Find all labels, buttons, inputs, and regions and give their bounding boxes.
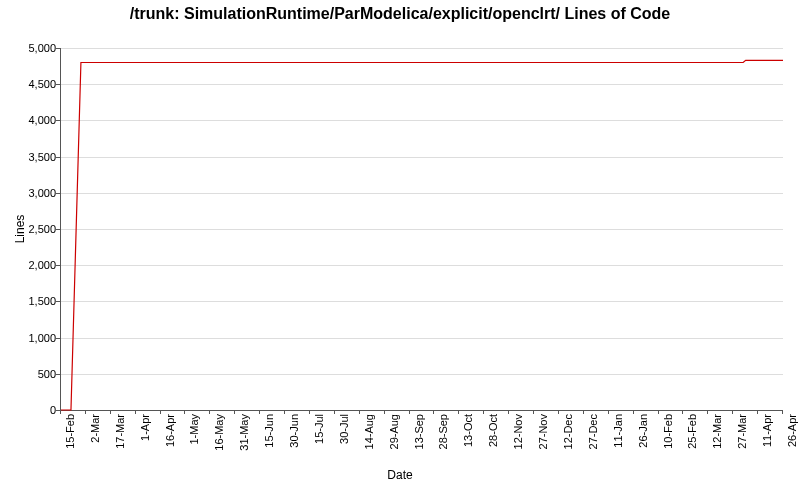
x-tick-label: 12-Nov: [512, 414, 524, 449]
x-tick-label: 26-Apr: [786, 414, 798, 447]
x-tick-label: 29-Aug: [388, 414, 400, 449]
x-tick-label: 27-Mar: [736, 414, 748, 449]
x-tick-label: 15-Feb: [64, 414, 76, 449]
chart-title: /trunk: SimulationRuntime/ParModelica/ex…: [0, 4, 800, 24]
x-tick-label: 11-Jan: [612, 414, 624, 448]
x-tick-label: 16-Apr: [164, 414, 176, 447]
y-tick-label: 4,500: [8, 78, 56, 90]
y-tick-label: 3,000: [8, 187, 56, 199]
chart-container: /trunk: SimulationRuntime/ParModelica/ex…: [0, 0, 800, 500]
x-tick-label: 10-Feb: [662, 414, 674, 449]
x-tick-label: 1-May: [188, 414, 200, 445]
x-tick-label: 12-Dec: [562, 414, 574, 449]
x-tick-label: 14-Aug: [363, 414, 375, 449]
x-tick-label: 13-Oct: [462, 414, 474, 447]
y-tick-label: 2,000: [8, 259, 56, 271]
x-axis-label: Date: [0, 468, 800, 482]
plot-area: [60, 48, 783, 411]
y-tick-label: 0: [8, 404, 56, 416]
y-tick-label: 1,500: [8, 295, 56, 307]
line-layer: [61, 48, 783, 410]
x-tick-label: 12-Mar: [711, 414, 723, 449]
x-tick-label: 15-Jul: [313, 414, 325, 444]
x-tick-label: 2-Mar: [89, 414, 101, 443]
x-tick-label: 27-Dec: [587, 414, 599, 449]
y-tick-label: 4,000: [8, 114, 56, 126]
x-tick-label: 28-Oct: [487, 414, 499, 447]
x-tick-label: 27-Nov: [537, 414, 549, 449]
y-tick-label: 3,500: [8, 151, 56, 163]
x-tick-label: 26-Jan: [637, 414, 649, 448]
x-tick-label: 31-May: [238, 414, 250, 451]
x-tick-label: 1-Apr: [139, 414, 151, 441]
x-tick-label: 16-May: [213, 414, 225, 451]
y-tick-label: 500: [8, 368, 56, 380]
x-tick-label: 15-Jun: [263, 414, 275, 448]
y-tick-label: 1,000: [8, 332, 56, 344]
x-tick-label: 13-Sep: [413, 414, 425, 449]
series-line: [61, 60, 783, 410]
x-tick-label: 30-Jul: [338, 414, 350, 444]
y-tick-label: 5,000: [8, 42, 56, 54]
x-tick-label: 17-Mar: [114, 414, 126, 449]
x-tick-label: 28-Sep: [437, 414, 449, 449]
x-tick-label: 11-Apr: [761, 414, 773, 447]
x-tick-label: 25-Feb: [686, 414, 698, 449]
x-tick-label: 30-Jun: [288, 414, 300, 448]
y-tick-label: 2,500: [8, 223, 56, 235]
